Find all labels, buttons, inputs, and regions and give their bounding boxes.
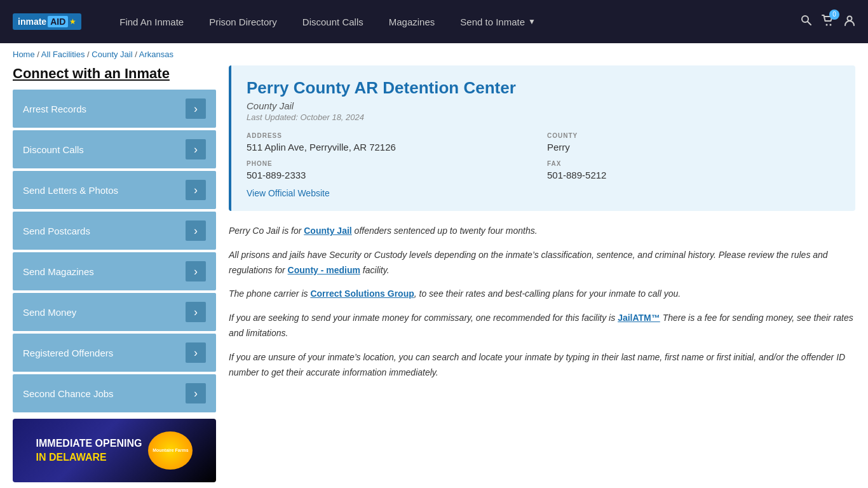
nav-prison-directory[interactable]: Prison Directory — [196, 0, 290, 43]
view-website-link[interactable]: View Official Website — [247, 188, 330, 198]
svg-line-1 — [808, 22, 811, 25]
facility-updated: Last Updated: October 18, 2024 — [247, 112, 840, 122]
breadcrumb-home[interactable]: Home — [13, 50, 35, 59]
sidebar-btn-second-chance-jobs[interactable]: Second Chance Jobs › — [13, 374, 216, 412]
facility-type: County Jail — [247, 100, 840, 111]
address-label: ADDRESS — [247, 132, 539, 139]
nav-find-inmate[interactable]: Find An Inmate — [107, 0, 196, 43]
sidebar-btn-send-postcards[interactable]: Send Postcards › — [13, 212, 216, 250]
sidebar: Connect with an Inmate Arrest Records › … — [13, 65, 216, 482]
facility-name: Perry County AR Detention Center — [247, 78, 840, 98]
sidebar-btn-registered-offenders[interactable]: Registered Offenders › — [13, 334, 216, 372]
jailatm-link[interactable]: JailATM™ — [618, 313, 660, 323]
desc-p1: Perry Co Jail is for County Jail offende… — [229, 224, 855, 239]
sidebar-btn-discount-calls[interactable]: Discount Calls › — [13, 130, 216, 168]
chevron-right-icon: › — [186, 220, 206, 241]
sidebar-btn-send-letters[interactable]: Send Letters & Photos › — [13, 171, 216, 209]
svg-point-3 — [830, 24, 832, 25]
header: inmate AID ★ Find An Inmate Prison Direc… — [0, 0, 868, 43]
breadcrumb-arkansas[interactable]: Arkansas — [139, 50, 173, 59]
phone-value: 501-889-2333 — [247, 170, 539, 180]
breadcrumb-county-jail[interactable]: County Jail — [92, 50, 132, 59]
svg-point-2 — [826, 24, 828, 25]
chevron-right-icon: › — [186, 98, 206, 119]
county-label: COUNTY — [547, 132, 840, 139]
info-grid: ADDRESS 511 Aplin Ave, Perryville, AR 72… — [247, 132, 840, 180]
chevron-right-icon: › — [186, 342, 206, 363]
breadcrumb: Home / All Facilities / County Jail / Ar… — [0, 43, 868, 65]
user-icon[interactable] — [844, 15, 855, 29]
fax-label: FAX — [547, 160, 840, 167]
logo[interactable]: inmate AID ★ — [13, 13, 81, 30]
cart-badge: 0 — [829, 10, 839, 20]
fax-value: 501-889-5212 — [547, 170, 840, 180]
county-jail-link-1[interactable]: County Jail — [304, 226, 351, 236]
phone-label: PHONE — [247, 160, 539, 167]
search-icon[interactable] — [801, 15, 812, 29]
sidebar-btn-send-money[interactable]: Send Money › — [13, 293, 216, 331]
correct-solutions-link[interactable]: Correct Solutions Group — [310, 288, 414, 299]
logo-star: ★ — [69, 17, 76, 26]
ad-banner[interactable]: IMMEDIATE OPENING IN DELAWARE Mountaire … — [13, 419, 216, 482]
ad-text: IMMEDIATE OPENING IN DELAWARE — [36, 437, 142, 465]
header-icons: 0 — [801, 15, 855, 29]
main-content: Connect with an Inmate Arrest Records › … — [0, 65, 868, 488]
nav-send-to-inmate[interactable]: Send to Inmate ▼ — [447, 0, 548, 43]
fax-block: FAX 501-889-5212 — [547, 160, 840, 180]
nav-magazines[interactable]: Magazines — [376, 0, 448, 43]
ad-logo: Mountaire Farms — [148, 431, 193, 470]
county-value: Perry — [547, 142, 840, 152]
desc-p2: All prisons and jails have Security or C… — [229, 248, 855, 278]
phone-block: PHONE 501-889-2333 — [247, 160, 539, 180]
sidebar-btn-send-magazines[interactable]: Send Magazines › — [13, 252, 216, 290]
chevron-right-icon: › — [186, 180, 206, 200]
logo-text: inmate — [18, 17, 46, 27]
county-medium-link[interactable]: County - medium — [288, 265, 360, 275]
chevron-right-icon: › — [186, 261, 206, 281]
desc-p5: If you are unsure of your inmate’s locat… — [229, 350, 855, 381]
chevron-right-icon: › — [186, 383, 206, 403]
address-value: 511 Aplin Ave, Perryville, AR 72126 — [247, 142, 539, 152]
desc-p4: If you are seeking to send your inmate m… — [229, 311, 855, 341]
chevron-right-icon: › — [186, 139, 206, 159]
desc-p3: The phone carrier is Correct Solutions G… — [229, 287, 855, 302]
sidebar-title: Connect with an Inmate — [13, 65, 216, 82]
logo-aid: AID — [48, 16, 68, 27]
breadcrumb-all-facilities[interactable]: All Facilities — [41, 50, 85, 59]
nav-discount-calls[interactable]: Discount Calls — [290, 0, 376, 43]
svg-point-4 — [848, 16, 852, 20]
address-block: ADDRESS 511 Aplin Ave, Perryville, AR 72… — [247, 132, 539, 152]
dropdown-arrow-icon: ▼ — [528, 17, 536, 26]
facility-card: Perry County AR Detention Center County … — [229, 65, 855, 211]
chevron-right-icon: › — [186, 302, 206, 322]
content-area: Perry County AR Detention Center County … — [229, 65, 855, 482]
main-nav: Find An Inmate Prison Directory Discount… — [107, 0, 801, 43]
cart-icon[interactable]: 0 — [822, 15, 834, 29]
sidebar-btn-arrest-records[interactable]: Arrest Records › — [13, 90, 216, 128]
county-block: COUNTY Perry — [547, 132, 840, 152]
description-area: Perry Co Jail is for County Jail offende… — [229, 224, 855, 380]
